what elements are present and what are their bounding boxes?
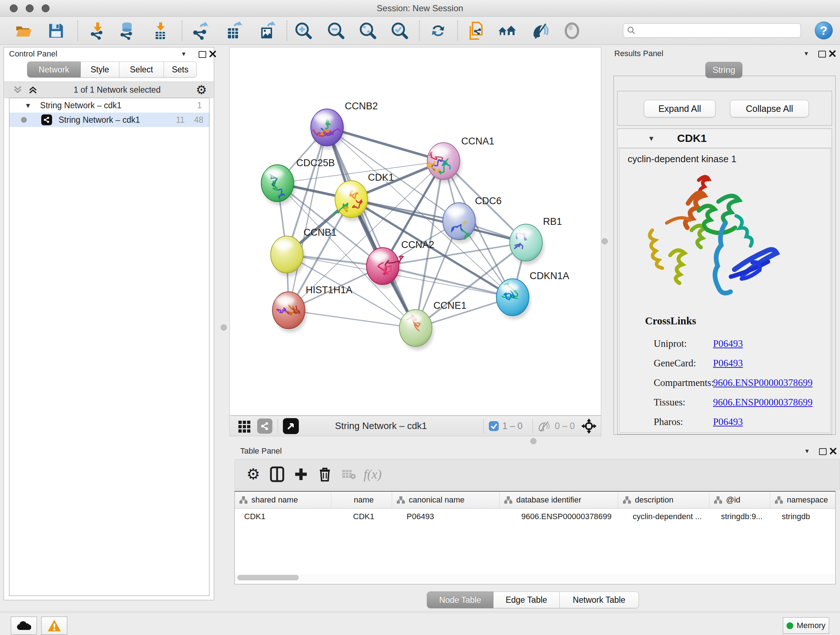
section-collapse-icon[interactable]: ▼ bbox=[648, 135, 655, 142]
pharos-link[interactable]: P06493 bbox=[713, 416, 743, 427]
tab-select[interactable]: Select bbox=[119, 62, 164, 78]
show-columns-button[interactable] bbox=[265, 463, 289, 485]
float-panel-icon[interactable] bbox=[818, 51, 826, 57]
network-node-CCNB2[interactable]: CCNB2 bbox=[311, 101, 378, 149]
network-node-CDK1[interactable]: CDK1 bbox=[333, 172, 394, 221]
splitter-handle[interactable] bbox=[221, 325, 227, 331]
protein-structure-image bbox=[644, 169, 782, 312]
export-table-button[interactable] bbox=[224, 22, 242, 40]
column-header-name[interactable]: name bbox=[332, 492, 392, 508]
new-network-from-selection-button[interactable] bbox=[467, 22, 485, 40]
tab-edge-table[interactable]: Edge Table bbox=[493, 592, 560, 608]
zoom-fit-button[interactable] bbox=[359, 22, 377, 40]
float-panel-icon[interactable] bbox=[199, 51, 206, 58]
gene-section-header[interactable]: ▼ CDK1 bbox=[617, 129, 832, 148]
close-panel-icon[interactable] bbox=[210, 51, 216, 57]
save-session-button[interactable] bbox=[47, 22, 65, 40]
scrollbar-thumb[interactable] bbox=[237, 575, 299, 580]
warnings-button[interactable] bbox=[41, 616, 67, 635]
tab-style[interactable]: Style bbox=[81, 62, 119, 78]
memory-button[interactable]: Memory bbox=[783, 617, 829, 634]
splitter-handle[interactable] bbox=[602, 238, 608, 244]
table-toolbar: ⚙ f(x) bbox=[234, 459, 840, 489]
close-panel-icon[interactable] bbox=[829, 50, 836, 57]
network-node-CDC25B[interactable]: CDC25B bbox=[261, 157, 335, 205]
collapse-all-button[interactable]: Collapse All bbox=[730, 100, 809, 117]
help-button[interactable]: ? bbox=[815, 21, 833, 40]
node-label: HIST1H1A bbox=[306, 285, 352, 295]
panel-menu-icon[interactable]: ▾ bbox=[805, 50, 808, 57]
network-collection-row[interactable]: ▼ String Network – cdk1 1 bbox=[9, 98, 209, 112]
first-neighbors-button[interactable] bbox=[498, 22, 516, 40]
import-network-database-button[interactable] bbox=[118, 22, 136, 40]
show-all-button[interactable] bbox=[563, 22, 581, 40]
compartments-link[interactable]: 9606.ENSP00000378699 bbox=[713, 377, 813, 388]
zoom-out-button[interactable] bbox=[327, 22, 345, 40]
hide-selected-button[interactable] bbox=[532, 22, 550, 40]
zoom-in-button[interactable] bbox=[294, 22, 313, 40]
delete-column-button[interactable] bbox=[313, 463, 337, 485]
column-header-database-identifier[interactable]: database identifier bbox=[500, 492, 618, 508]
column-header-shared-name[interactable]: shared name bbox=[235, 492, 332, 508]
tab-network[interactable]: Network bbox=[27, 62, 81, 78]
collection-expand-icon[interactable]: ▼ bbox=[25, 102, 32, 109]
open-folder-icon bbox=[15, 22, 32, 40]
birds-eye-view-icon[interactable] bbox=[283, 418, 299, 434]
edge-count: 48 bbox=[194, 115, 203, 125]
close-panel-icon[interactable] bbox=[830, 448, 836, 454]
zoom-selected-icon bbox=[391, 22, 409, 40]
float-panel-icon[interactable] bbox=[819, 448, 827, 455]
expand-all-button[interactable]: Expand All bbox=[644, 100, 715, 117]
import-network-file-button[interactable] bbox=[88, 22, 106, 40]
tab-node-table[interactable]: Node Table bbox=[427, 592, 493, 608]
network-node-CDC6[interactable]: CDC6 bbox=[443, 195, 502, 243]
tab-sets[interactable]: Sets bbox=[164, 62, 197, 78]
table-row[interactable]: CDK1 CDK1 P06493 9606.ENSP00000378699 cy… bbox=[235, 509, 835, 524]
network-edge[interactable] bbox=[289, 127, 327, 310]
tab-string-results[interactable]: String bbox=[706, 62, 742, 78]
tissues-link[interactable]: 9606.ENSP00000378699 bbox=[713, 397, 813, 408]
network-options-gear-icon[interactable]: ⚙ bbox=[196, 84, 207, 96]
fit-content-crosshair-icon[interactable] bbox=[581, 418, 597, 434]
network-node-HIST1H1A[interactable]: HIST1H1A bbox=[272, 285, 352, 333]
network-canvas[interactable]: CCNB2CCNA1CDC25BCDK1CDC6RB1CCNB1CCNA2CDK… bbox=[229, 47, 601, 416]
search-field[interactable] bbox=[623, 23, 801, 38]
panel-menu-icon[interactable]: ▾ bbox=[805, 448, 809, 454]
column-header-canonical-name[interactable]: canonical name bbox=[392, 492, 500, 508]
selected-checkbox-icon[interactable] bbox=[489, 421, 499, 431]
import-table-file-button[interactable] bbox=[151, 22, 169, 40]
toolbar-separator bbox=[286, 20, 287, 41]
column-header-description[interactable]: description bbox=[618, 492, 709, 508]
grid-view-icon[interactable] bbox=[238, 419, 251, 433]
network-node-CCNB1[interactable]: CCNB1 bbox=[271, 227, 337, 277]
gear-icon: ⚙ bbox=[246, 467, 260, 482]
network-node-RB1[interactable]: RB1 bbox=[510, 216, 562, 264]
cloud-status-button[interactable] bbox=[11, 616, 37, 635]
zoom-selected-button[interactable] bbox=[391, 22, 409, 40]
network-node-CCNA1[interactable]: CCNA1 bbox=[427, 136, 494, 183]
collapse-all-icon[interactable] bbox=[12, 84, 23, 95]
network-row[interactable]: String Network – cdk1 11 48 bbox=[9, 112, 209, 127]
create-column-button[interactable] bbox=[289, 463, 313, 485]
panel-menu-icon[interactable]: ▾ bbox=[182, 50, 186, 57]
tab-network-table[interactable]: Network Table bbox=[560, 592, 639, 608]
network-node-CCNE1[interactable]: CCNE1 bbox=[399, 300, 467, 350]
uniprot-link[interactable]: P06493 bbox=[713, 338, 743, 349]
open-session-button[interactable] bbox=[14, 22, 33, 40]
genecard-link[interactable]: P06493 bbox=[713, 358, 743, 369]
column-header-namespace[interactable]: namespace bbox=[770, 492, 835, 508]
apply-layout-button[interactable] bbox=[429, 22, 447, 40]
column-header-id[interactable]: @id bbox=[709, 492, 770, 508]
export-image-button[interactable] bbox=[257, 22, 276, 40]
string-view-icon[interactable] bbox=[257, 418, 272, 434]
table-horizontal-scrollbar[interactable] bbox=[235, 574, 835, 582]
network-edge[interactable] bbox=[383, 266, 513, 297]
table-options-button[interactable]: ⚙ bbox=[241, 463, 265, 485]
search-input[interactable] bbox=[636, 24, 801, 36]
splitter-handle[interactable] bbox=[531, 438, 537, 444]
network-node-CDKN1A[interactable]: CDKN1A bbox=[496, 271, 569, 319]
expand-all-icon[interactable] bbox=[27, 84, 38, 95]
network-edge[interactable] bbox=[289, 310, 416, 328]
network-edge[interactable] bbox=[327, 127, 416, 328]
export-network-button[interactable] bbox=[191, 22, 209, 40]
